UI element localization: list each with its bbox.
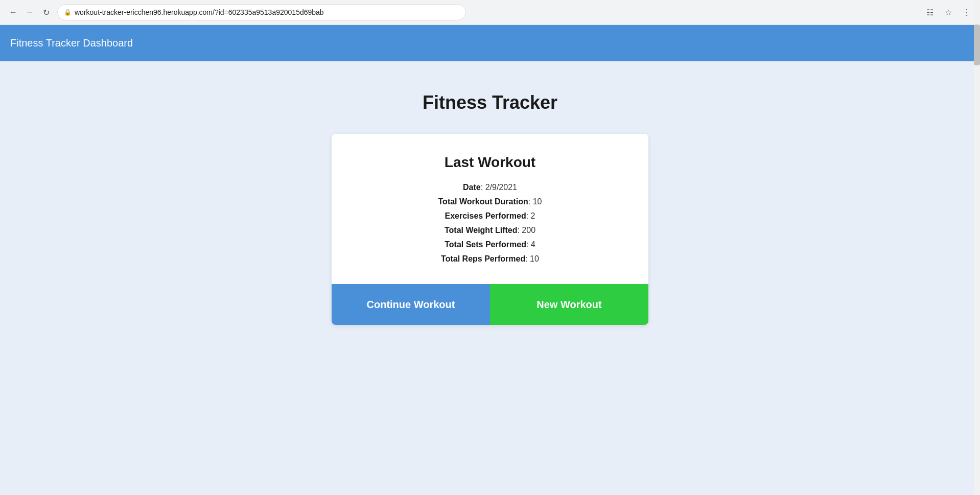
stats-list: Date: 2/9/2021 Total Workout Duration: 1… xyxy=(352,183,628,264)
stat-date-value: 2/9/2021 xyxy=(485,183,517,192)
stat-sets: Total Sets Performed: 4 xyxy=(352,240,628,249)
lock-icon: 🔒 xyxy=(64,9,72,16)
main-content: Fitness Tracker Last Workout Date: 2/9/2… xyxy=(0,61,980,486)
card-body: Last Workout Date: 2/9/2021 Total Workou… xyxy=(332,134,648,284)
nav-buttons: ← → ↻ xyxy=(6,5,53,19)
scrollbar-thumb[interactable] xyxy=(974,25,980,65)
stat-exercises: Exercises Performed: 2 xyxy=(352,211,628,221)
stat-sets-value: 4 xyxy=(531,240,535,249)
stat-duration: Total Workout Duration: 10 xyxy=(352,197,628,206)
stat-reps: Total Reps Performed: 10 xyxy=(352,254,628,264)
url-text: workout-tracker-ericchen96.herokuapp.com… xyxy=(75,8,459,16)
scrollbar[interactable] xyxy=(974,0,980,495)
stat-exercises-value: 2 xyxy=(531,211,535,220)
browser-actions: ☷ ☆ ⋮ xyxy=(923,5,974,19)
card-title: Last Workout xyxy=(352,154,628,171)
forward-button[interactable]: → xyxy=(22,5,37,19)
stat-reps-value: 10 xyxy=(530,254,539,263)
menu-icon[interactable]: ⋮ xyxy=(960,5,974,19)
app-header-title: Fitness Tracker Dashboard xyxy=(10,37,970,49)
browser-toolbar: ← → ↻ 🔒 workout-tracker-ericchen96.herok… xyxy=(0,0,980,25)
stat-weight-value: 200 xyxy=(522,226,535,234)
stat-duration-label: Total Workout Duration xyxy=(438,197,528,206)
stat-reps-label: Total Reps Performed xyxy=(441,254,525,263)
stat-date-label: Date xyxy=(463,183,481,192)
continue-workout-button[interactable]: Continue Workout xyxy=(332,284,490,325)
stat-weight-label: Total Weight Lifted xyxy=(445,226,518,234)
stat-exercises-label: Exercises Performed xyxy=(445,211,526,220)
address-bar[interactable]: 🔒 workout-tracker-ericchen96.herokuapp.c… xyxy=(57,4,466,20)
page-title: Fitness Tracker xyxy=(423,92,557,113)
workout-card: Last Workout Date: 2/9/2021 Total Workou… xyxy=(332,134,648,325)
extensions-icon[interactable]: ☷ xyxy=(923,5,937,19)
stat-sets-label: Total Sets Performed xyxy=(445,240,526,249)
stat-weight: Total Weight Lifted: 200 xyxy=(352,226,628,235)
stat-duration-value: 10 xyxy=(533,197,542,206)
reload-button[interactable]: ↻ xyxy=(39,5,53,19)
new-workout-button[interactable]: New Workout xyxy=(490,284,648,325)
card-actions: Continue Workout New Workout xyxy=(332,284,648,325)
browser-chrome: ← → ↻ 🔒 workout-tracker-ericchen96.herok… xyxy=(0,0,980,25)
back-button[interactable]: ← xyxy=(6,5,20,19)
stat-date: Date: 2/9/2021 xyxy=(352,183,628,192)
app-header: Fitness Tracker Dashboard xyxy=(0,25,980,61)
bookmark-icon[interactable]: ☆ xyxy=(941,5,955,19)
